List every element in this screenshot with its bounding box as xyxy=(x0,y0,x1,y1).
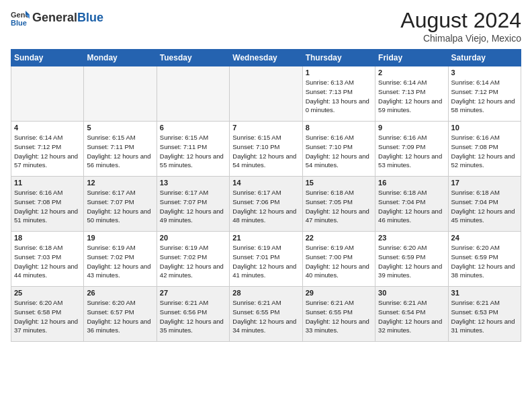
day-info: Sunrise: 6:14 AMSunset: 7:12 PMDaylight:… xyxy=(451,78,518,115)
col-saturday: Saturday xyxy=(448,50,521,66)
table-row: 26Sunrise: 6:20 AMSunset: 6:57 PMDayligh… xyxy=(84,287,157,342)
day-number: 22 xyxy=(306,234,372,242)
table-row: 22Sunrise: 6:19 AMSunset: 7:00 PMDayligh… xyxy=(302,232,375,287)
day-number: 11 xyxy=(14,179,81,187)
col-thursday: Thursday xyxy=(302,50,375,66)
col-wednesday: Wednesday xyxy=(230,50,302,66)
table-row: 23Sunrise: 6:20 AMSunset: 6:59 PMDayligh… xyxy=(375,232,448,287)
day-number: 18 xyxy=(14,234,81,242)
table-row: 11Sunrise: 6:16 AMSunset: 7:08 PMDayligh… xyxy=(11,177,84,232)
table-row xyxy=(157,66,229,122)
table-row: 24Sunrise: 6:20 AMSunset: 6:59 PMDayligh… xyxy=(448,232,521,287)
day-number: 10 xyxy=(451,124,518,132)
table-row: 5Sunrise: 6:15 AMSunset: 7:11 PMDaylight… xyxy=(84,122,157,177)
day-number: 14 xyxy=(232,179,299,187)
day-number: 12 xyxy=(87,179,153,187)
col-friday: Friday xyxy=(375,50,448,66)
day-number: 20 xyxy=(160,234,226,242)
col-sunday: Sunday xyxy=(11,50,84,66)
day-info: Sunrise: 6:17 AMSunset: 7:06 PMDaylight:… xyxy=(232,188,299,225)
day-number: 23 xyxy=(378,234,445,242)
day-number: 8 xyxy=(306,124,372,132)
table-row: 8Sunrise: 6:16 AMSunset: 7:10 PMDaylight… xyxy=(302,122,375,177)
table-row: 30Sunrise: 6:21 AMSunset: 6:54 PMDayligh… xyxy=(375,287,448,342)
day-info: Sunrise: 6:19 AMSunset: 7:02 PMDaylight:… xyxy=(160,243,226,280)
calendar-week-2: 11Sunrise: 6:16 AMSunset: 7:08 PMDayligh… xyxy=(11,177,521,232)
day-number: 4 xyxy=(14,124,81,132)
table-row: 9Sunrise: 6:16 AMSunset: 7:09 PMDaylight… xyxy=(375,122,448,177)
table-row: 6Sunrise: 6:15 AMSunset: 7:11 PMDaylight… xyxy=(157,122,229,177)
logo-general: General xyxy=(32,11,77,25)
table-row: 2Sunrise: 6:14 AMSunset: 7:13 PMDaylight… xyxy=(375,66,448,122)
day-info: Sunrise: 6:14 AMSunset: 7:12 PMDaylight:… xyxy=(14,133,81,170)
day-info: Sunrise: 6:21 AMSunset: 6:55 PMDaylight:… xyxy=(232,298,299,335)
logo-icon: General Blue xyxy=(11,8,30,27)
day-info: Sunrise: 6:20 AMSunset: 6:59 PMDaylight:… xyxy=(451,243,518,280)
table-row xyxy=(84,66,157,122)
table-row xyxy=(11,66,84,122)
page-container: General Blue GeneralBlue August 2024 Chi… xyxy=(0,0,532,347)
table-row: 31Sunrise: 6:21 AMSunset: 6:53 PMDayligh… xyxy=(448,287,521,342)
table-row: 16Sunrise: 6:18 AMSunset: 7:04 PMDayligh… xyxy=(375,177,448,232)
logo: General Blue GeneralBlue xyxy=(11,8,103,27)
day-number: 15 xyxy=(306,179,372,187)
day-info: Sunrise: 6:19 AMSunset: 7:02 PMDaylight:… xyxy=(87,243,153,280)
day-info: Sunrise: 6:18 AMSunset: 7:04 PMDaylight:… xyxy=(451,188,518,225)
col-tuesday: Tuesday xyxy=(157,50,229,66)
day-info: Sunrise: 6:21 AMSunset: 6:55 PMDaylight:… xyxy=(306,298,372,335)
day-number: 2 xyxy=(378,68,445,77)
table-row: 13Sunrise: 6:17 AMSunset: 7:07 PMDayligh… xyxy=(157,177,229,232)
table-row: 10Sunrise: 6:16 AMSunset: 7:08 PMDayligh… xyxy=(448,122,521,177)
logo-blue: Blue xyxy=(77,11,103,25)
day-info: Sunrise: 6:15 AMSunset: 7:10 PMDaylight:… xyxy=(232,133,299,170)
day-number: 29 xyxy=(306,289,372,297)
table-row: 7Sunrise: 6:15 AMSunset: 7:10 PMDaylight… xyxy=(230,122,302,177)
day-number: 17 xyxy=(451,179,518,187)
day-info: Sunrise: 6:15 AMSunset: 7:11 PMDaylight:… xyxy=(87,133,153,170)
svg-text:Blue: Blue xyxy=(11,19,27,27)
day-number: 30 xyxy=(378,289,445,297)
day-info: Sunrise: 6:19 AMSunset: 7:01 PMDaylight:… xyxy=(232,243,299,280)
day-info: Sunrise: 6:18 AMSunset: 7:03 PMDaylight:… xyxy=(14,243,81,280)
day-number: 21 xyxy=(232,234,299,242)
day-number: 27 xyxy=(160,289,226,297)
table-row: 18Sunrise: 6:18 AMSunset: 7:03 PMDayligh… xyxy=(11,232,84,287)
location: Chimalpa Viejo, Mexico xyxy=(400,33,521,44)
table-row: 15Sunrise: 6:18 AMSunset: 7:05 PMDayligh… xyxy=(302,177,375,232)
day-info: Sunrise: 6:17 AMSunset: 7:07 PMDaylight:… xyxy=(87,188,153,225)
table-row: 3Sunrise: 6:14 AMSunset: 7:12 PMDaylight… xyxy=(448,66,521,122)
calendar-table: Sunday Monday Tuesday Wednesday Thursday… xyxy=(11,49,521,342)
day-info: Sunrise: 6:16 AMSunset: 7:09 PMDaylight:… xyxy=(378,133,445,170)
day-info: Sunrise: 6:17 AMSunset: 7:07 PMDaylight:… xyxy=(160,188,226,225)
day-info: Sunrise: 6:16 AMSunset: 7:08 PMDaylight:… xyxy=(451,133,518,170)
day-number: 31 xyxy=(451,289,518,297)
calendar-week-0: 1Sunrise: 6:13 AMSunset: 7:13 PMDaylight… xyxy=(11,66,521,122)
day-info: Sunrise: 6:16 AMSunset: 7:10 PMDaylight:… xyxy=(306,133,372,170)
day-info: Sunrise: 6:13 AMSunset: 7:13 PMDaylight:… xyxy=(306,78,372,115)
day-number: 6 xyxy=(160,124,226,132)
table-row: 1Sunrise: 6:13 AMSunset: 7:13 PMDaylight… xyxy=(302,66,375,122)
day-info: Sunrise: 6:14 AMSunset: 7:13 PMDaylight:… xyxy=(378,78,445,115)
table-row: 17Sunrise: 6:18 AMSunset: 7:04 PMDayligh… xyxy=(448,177,521,232)
day-info: Sunrise: 6:20 AMSunset: 6:58 PMDaylight:… xyxy=(14,298,81,335)
day-number: 1 xyxy=(306,68,372,77)
title-block: August 2024 Chimalpa Viejo, Mexico xyxy=(400,8,521,44)
table-row: 28Sunrise: 6:21 AMSunset: 6:55 PMDayligh… xyxy=(230,287,302,342)
day-number: 7 xyxy=(232,124,299,132)
day-number: 3 xyxy=(451,68,518,77)
table-row: 19Sunrise: 6:19 AMSunset: 7:02 PMDayligh… xyxy=(84,232,157,287)
table-row: 21Sunrise: 6:19 AMSunset: 7:01 PMDayligh… xyxy=(230,232,302,287)
day-info: Sunrise: 6:15 AMSunset: 7:11 PMDaylight:… xyxy=(160,133,226,170)
calendar-week-1: 4Sunrise: 6:14 AMSunset: 7:12 PMDaylight… xyxy=(11,122,521,177)
day-info: Sunrise: 6:18 AMSunset: 7:04 PMDaylight:… xyxy=(378,188,445,225)
header: General Blue GeneralBlue August 2024 Chi… xyxy=(11,8,521,44)
day-number: 25 xyxy=(14,289,81,297)
col-monday: Monday xyxy=(84,50,157,66)
day-info: Sunrise: 6:20 AMSunset: 6:59 PMDaylight:… xyxy=(378,243,445,280)
day-number: 5 xyxy=(87,124,153,132)
table-row: 14Sunrise: 6:17 AMSunset: 7:06 PMDayligh… xyxy=(230,177,302,232)
day-info: Sunrise: 6:21 AMSunset: 6:56 PMDaylight:… xyxy=(160,298,226,335)
day-number: 28 xyxy=(232,289,299,297)
day-info: Sunrise: 6:19 AMSunset: 7:00 PMDaylight:… xyxy=(306,243,372,280)
table-row: 4Sunrise: 6:14 AMSunset: 7:12 PMDaylight… xyxy=(11,122,84,177)
